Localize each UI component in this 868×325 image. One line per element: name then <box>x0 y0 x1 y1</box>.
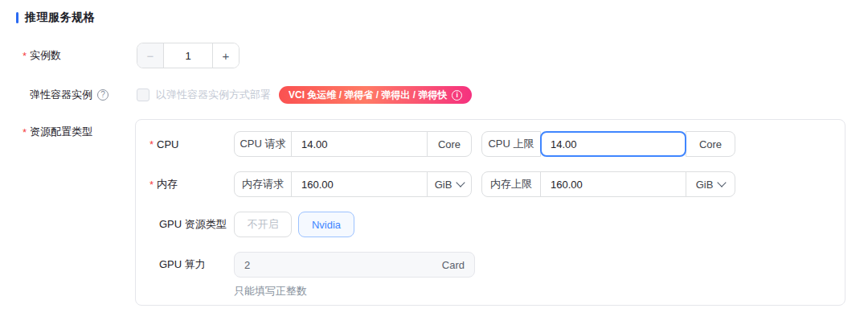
vci-badge-text: VCI 免运维 / 弹得省 / 弹得出 / 弹得快 <box>289 88 447 102</box>
info-icon[interactable]: i <box>452 90 462 101</box>
cpu-request-unit: Core <box>427 131 472 157</box>
memory-request-input[interactable] <box>291 171 428 197</box>
cpu-row: * CPU CPU 请求 Core CPU 上限 Core <box>149 131 735 157</box>
cpu-limit-unit: Core <box>686 131 735 157</box>
instance-count-stepper: − + <box>137 43 240 68</box>
gpu-type-option-off[interactable]: 不开启 <box>234 212 292 237</box>
memory-limit-unit-label: GiB <box>696 179 714 191</box>
cpu-request-addon: CPU 请求 <box>234 131 292 157</box>
gpu-power-value: 2 <box>244 259 250 271</box>
gpu-power-helper-text: 只能填写正整数 <box>234 284 307 298</box>
gpu-type-label: GPU 资源类型 <box>149 217 234 232</box>
memory-request-addon: 内存请求 <box>234 171 292 197</box>
memory-row: * 内存 内存请求 GiB 内存上限 GiB <box>149 171 735 197</box>
gpu-type-option-nvidia[interactable]: Nvidia <box>298 212 354 237</box>
gpu-type-row: GPU 资源类型 不开启 Nvidia <box>149 212 354 237</box>
instances-label: * 实例数 <box>23 43 61 68</box>
section-header: 推理服务规格 <box>16 10 95 25</box>
gpu-power-label: GPU 算力 <box>149 257 234 272</box>
resources-label-text: 资源配置类型 <box>30 125 92 139</box>
resource-config-panel: * CPU CPU 请求 Core CPU 上限 Core * 内存 内存请求 … <box>135 119 845 306</box>
memory-label: * 内存 <box>149 177 234 191</box>
stepper-minus-button[interactable]: − <box>137 43 164 68</box>
gpu-power-row: GPU 算力 2 Card <box>149 252 475 278</box>
cpu-label-text: CPU <box>157 138 178 150</box>
gpu-power-input[interactable]: 2 Card <box>234 252 475 278</box>
memory-limit-addon: 内存上限 <box>481 171 541 197</box>
memory-limit-group: 内存上限 GiB <box>481 171 735 197</box>
vci-label-text: 弹性容器实例 <box>30 88 92 102</box>
help-question-icon[interactable]: ? <box>97 89 108 101</box>
cpu-request-input[interactable] <box>291 131 428 157</box>
memory-request-unit-label: GiB <box>435 179 452 191</box>
gpu-power-label-text: GPU 算力 <box>159 257 206 272</box>
resources-label: * 资源配置类型 <box>23 119 92 145</box>
instances-label-text: 实例数 <box>30 48 61 63</box>
stepper-plus-button[interactable]: + <box>212 43 239 68</box>
cpu-limit-addon: CPU 上限 <box>481 131 541 157</box>
memory-request-unit-select[interactable]: GiB <box>427 171 472 197</box>
memory-limit-input[interactable] <box>540 171 686 197</box>
cpu-limit-input[interactable] <box>540 131 686 157</box>
vci-checkbox[interactable] <box>137 88 149 101</box>
vci-checkbox-label: 以弹性容器实例方式部署 <box>156 88 271 102</box>
memory-limit-unit-select[interactable]: GiB <box>686 171 735 197</box>
required-asterisk: * <box>149 138 154 150</box>
gpu-type-label-text: GPU 资源类型 <box>159 217 227 232</box>
section-title: 推理服务规格 <box>25 10 95 25</box>
instance-count-input[interactable] <box>164 43 212 68</box>
chevron-down-icon <box>718 178 727 187</box>
chevron-down-icon <box>457 178 465 187</box>
vci-control: 以弹性容器实例方式部署 VCI 免运维 / 弹得省 / 弹得出 / 弹得快 i <box>137 84 472 106</box>
memory-label-text: 内存 <box>157 177 178 191</box>
section-accent-bar <box>16 12 18 23</box>
vci-promo-badge: VCI 免运维 / 弹得省 / 弹得出 / 弹得快 i <box>279 86 472 104</box>
required-asterisk: * <box>23 126 27 138</box>
memory-request-group: 内存请求 GiB <box>234 171 472 197</box>
cpu-limit-group: CPU 上限 Core <box>481 131 735 157</box>
required-asterisk: * <box>23 50 27 62</box>
gpu-power-unit: Card <box>442 259 465 271</box>
cpu-request-group: CPU 请求 Core <box>234 131 472 157</box>
vci-label: 弹性容器实例 ? <box>30 84 108 106</box>
cpu-label: * CPU <box>149 138 234 150</box>
inference-spec-form: { "colors": { "accent": "#2a6af2", "focu… <box>0 0 868 325</box>
required-asterisk: * <box>149 179 154 191</box>
